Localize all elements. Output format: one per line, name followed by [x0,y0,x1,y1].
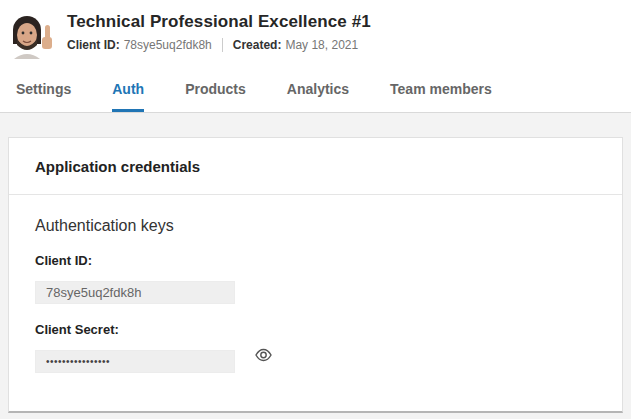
created-value: May 18, 2021 [285,38,358,52]
client-secret-input[interactable] [35,350,235,373]
tab-team-members[interactable]: Team members [390,81,492,112]
client-secret-field-label: Client Secret: [35,322,596,337]
avatar [8,11,56,59]
eye-icon [254,348,273,362]
reveal-secret-button[interactable] [252,346,275,364]
section-title-authentication-keys: Authentication keys [35,217,596,235]
avatar-photo [8,11,56,59]
tab-analytics[interactable]: Analytics [287,81,349,112]
created-label: Created: [233,38,282,52]
meta-divider [222,38,223,52]
client-id-field-label: Client ID: [35,253,596,268]
application-credentials-card: Application credentials Authentication k… [8,137,623,413]
header-meta: Client ID: 78sye5uq2fdk8h Created: May 1… [67,38,371,52]
main-content: Application credentials Authentication k… [0,113,631,419]
client-id-value: 78sye5uq2fdk8h [124,38,212,52]
page-header: Technical Professional Excellence #1 Cli… [0,0,631,113]
card-title: Application credentials [9,138,622,195]
tab-settings[interactable]: Settings [16,81,71,112]
tab-products[interactable]: Products [185,81,246,112]
client-id-input[interactable] [35,281,235,304]
tab-auth[interactable]: Auth [112,81,144,112]
client-id-label: Client ID: [67,38,120,52]
page-title: Technical Professional Excellence #1 [67,12,371,32]
tab-bar: Settings Auth Products Analytics Team me… [0,59,631,113]
